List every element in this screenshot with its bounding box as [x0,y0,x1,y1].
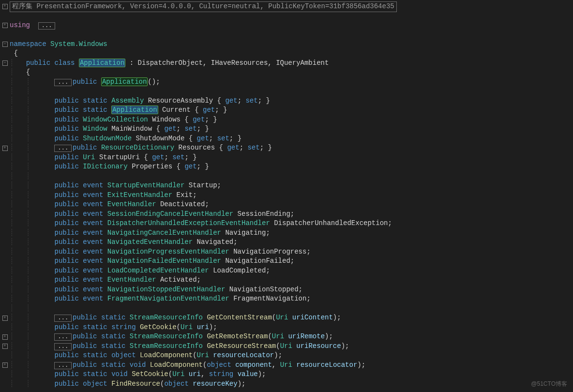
param-name: uri [189,370,201,378]
code-line[interactable]: −┊ public class Application : Dispatcher… [0,59,573,68]
code-line[interactable]: +┊ ┊ ...public static StreamResourceInfo… [0,332,573,342]
fold-expand-icon[interactable]: + [2,23,8,28]
code-editor[interactable]: +程序集 PresentationFramework, Version=4.0.… [0,0,573,391]
event-name: Activated [160,276,197,284]
type-highlighted: Application [111,106,158,114]
event-name: Navigating [225,229,266,237]
event-type: NavigatingCancelEventHandler [107,229,221,237]
method-name: LoadComponent [150,361,203,369]
collapsed-region[interactable]: ... [54,79,72,86]
code-line[interactable]: ┊ ┊ public event EventHandler Activated; [0,276,573,286]
fold-collapse-icon[interactable]: − [2,60,8,66]
property-type: WindowCollection [83,116,148,123]
watermark: @51CTO博客 [531,380,567,388]
fold-collapse-icon[interactable]: − [2,42,8,47]
code-line[interactable]: +程序集 PresentationFramework, Version=4.0.… [0,2,573,12]
fold-gutter: + [0,334,10,340]
event-name: SessionEnding [238,210,290,218]
code-line[interactable]: ┊ ┊ [0,172,573,181]
code-line[interactable]: ┊ ┊ public static Assembly ResourceAssem… [0,96,573,106]
param-name: value [238,370,258,378]
code-line[interactable]: ┊ ┊ public event NavigationFailedEventHa… [0,257,573,267]
return-type: StreamResourceInfo [130,332,203,340]
fold-expand-icon[interactable]: + [2,362,8,368]
code-line[interactable]: +┊ ┊ ...public static StreamResourceInfo… [0,342,573,351]
collapsed-region[interactable]: ... [54,145,72,152]
return-type: void [130,361,146,369]
code-line[interactable]: ┊ ┊ public ShutdownMode ShutdownMode { g… [0,134,573,144]
code-line[interactable]: ┊ ┊ public event LoadCompletedEventHandl… [0,266,573,276]
event-name: Deactivated [160,200,205,208]
property-type: ResourceDictionary [101,144,174,151]
return-type: StreamResourceInfo [130,314,203,321]
fold-expand-icon[interactable]: + [2,4,8,9]
constructor-name: Application [101,77,148,86]
property-type: Uri [83,153,95,161]
fold-expand-icon[interactable]: + [2,316,8,321]
event-name: Startup [189,181,217,189]
code-line[interactable]: ┊ ┊ public event NavigatedEventHandler N… [0,238,573,248]
property-name: Windows [152,116,181,123]
code-line[interactable]: ┊ ┊ [0,304,573,314]
collapsed-region[interactable]: ... [54,362,72,369]
code-line[interactable]: ┊ ┊ public static object LoadComponent(U… [0,351,573,361]
code-line[interactable]: +using ... [0,21,573,30]
code-line[interactable]: ┊ ┊ public event EventHandler Deactivate… [0,200,573,210]
fold-gutter: + [0,23,10,28]
event-type: EventHandler [107,200,156,208]
code-line[interactable]: ┊ ┊ ...public Application(); [0,77,573,87]
code-line[interactable] [0,30,573,40]
code-line[interactable]: ┊ ┊ public event NavigationStoppedEventH… [0,285,573,295]
event-type: NavigationProgressEventHandler [107,248,229,256]
code-line[interactable]: ┊ ┊ public event SessionEndingCancelEven… [0,210,573,219]
code-line[interactable]: ┊ ┊ public Window MainWindow { get; set;… [0,125,573,135]
code-line[interactable]: ┊ ┊ public static string GetCookie(Uri u… [0,323,573,332]
code-line[interactable]: ┊ ┊ public static void SetCookie(Uri uri… [0,370,573,380]
code-line[interactable]: ┊ ┊ public event NavigationProgressEvent… [0,247,573,257]
code-line[interactable]: ┊ { [0,68,573,78]
fold-gutter: − [0,60,10,66]
return-type: object [83,380,107,388]
event-type: NavigatedEventHandler [107,238,193,246]
code-line[interactable]: ┊ ┊ public event ExitEventHandler Exit; [0,191,573,200]
event-type: EventHandler [107,276,156,284]
collapsed-region[interactable]: ... [54,315,72,322]
code-line[interactable]: +┊ ┊ ...public static StreamResourceInfo… [0,314,573,323]
fold-gutter: + [0,344,10,349]
fold-expand-icon[interactable]: + [2,146,8,151]
event-type: SessionEndingCancelEventHandler [107,210,233,218]
collapsed-region[interactable]: ... [54,343,72,350]
event-type: FragmentNavigationEventHandler [107,295,229,302]
return-type: object [111,351,136,359]
property-name: Properties [132,163,172,170]
code-line[interactable]: +┊ ┊ ...public static void LoadComponent… [0,361,573,370]
code-line[interactable]: ┊ ┊ public event StartupEventHandler Sta… [0,181,573,191]
fold-gutter: + [0,146,10,151]
code-line[interactable]: ┊ ┊ public IDictionary Properties { get;… [0,163,573,172]
event-type: StartupEventHandler [107,181,185,189]
property-type: Assembly [111,97,144,105]
code-line[interactable] [0,12,573,21]
event-name: FragmentNavigation [233,295,306,302]
fold-gutter: + [0,362,10,368]
code-line[interactable]: ┊ ┊ public object FindResource(object re… [0,379,573,389]
fold-expand-icon[interactable]: + [2,344,8,349]
code-line[interactable]: ┊ ┊ public event DispatcherUnhandledExce… [0,219,573,229]
code-line[interactable]: { [0,49,573,59]
method-name: GetContentStream [207,314,271,321]
event-name: NavigationStopped [229,286,299,293]
code-line[interactable]: ┊ ┊ public event NavigatingCancelEventHa… [0,228,573,238]
code-line[interactable]: +┊ ┊ ...public ResourceDictionary Resour… [0,144,573,153]
collapsed-region[interactable]: ... [38,22,56,30]
fold-expand-icon[interactable]: + [2,334,8,340]
collapsed-region[interactable]: ... [54,333,72,341]
code-line[interactable]: ┊ ┊ public Uri StartupUri { get; set; } [0,153,573,163]
code-line[interactable]: ┊ ┊ public event FragmentNavigationEvent… [0,295,573,304]
code-line[interactable]: ┊ ┊ [0,87,573,97]
code-line[interactable]: ┊ ┊ public WindowCollection Windows { ge… [0,115,573,125]
keyword-namespace: namespace [10,40,46,48]
property-name: StartupUri [99,153,140,161]
code-line[interactable]: −namespace System.Windows [0,40,573,49]
event-name: NavigationProgress [233,248,306,256]
code-line[interactable]: ┊ ┊ public static Application Current { … [0,106,573,116]
